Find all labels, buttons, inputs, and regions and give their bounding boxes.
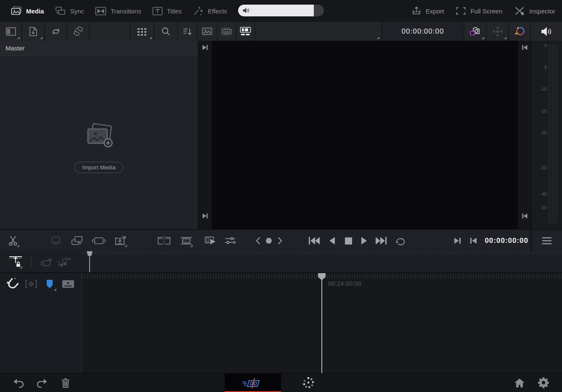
grid-view-button[interactable] <box>130 22 154 41</box>
multicam-camera-button[interactable] <box>464 22 487 41</box>
tab-effects[interactable]: Effects <box>193 6 227 16</box>
audio-meter-left <box>549 45 553 223</box>
overview-playhead[interactable] <box>86 251 93 272</box>
import-media-photos-icon <box>83 123 115 149</box>
timeline-track-area[interactable]: 00:24:00:00 <box>82 273 562 373</box>
media-icon <box>11 6 22 16</box>
preview-play-button[interactable] <box>203 233 219 249</box>
jump-back-icon[interactable] <box>521 45 528 50</box>
go-to-start-icon <box>308 236 321 245</box>
playhead-line <box>321 276 322 373</box>
tab-media-label: Media <box>26 8 44 15</box>
export-button[interactable]: Export <box>411 6 444 16</box>
resync-button[interactable] <box>45 22 67 41</box>
color-boost-button[interactable] <box>509 22 531 41</box>
sync-audio-button[interactable] <box>56 253 72 270</box>
loop-button[interactable] <box>392 233 408 249</box>
overlay-frame-button[interactable] <box>178 233 194 249</box>
snap-magnet-button[interactable] <box>4 276 21 292</box>
playhead-head <box>318 273 326 280</box>
sort-button[interactable] <box>178 22 198 41</box>
tab-transitions[interactable]: Transitions <box>95 7 141 16</box>
inspector-button[interactable]: Inspector <box>514 6 555 16</box>
sync-clip-button[interactable] <box>38 253 55 270</box>
jog-forward-button[interactable] <box>273 233 286 249</box>
play-button[interactable] <box>356 233 372 249</box>
trash-button[interactable] <box>56 374 75 391</box>
jump-forward-icon[interactable] <box>202 45 208 50</box>
fit-insert-button[interactable] <box>91 233 107 249</box>
split-clip-button[interactable] <box>156 233 172 249</box>
tab-media[interactable]: Media <box>11 6 44 16</box>
cut-scissors-button[interactable] <box>5 233 21 249</box>
play-reverse-icon <box>328 236 336 245</box>
play-reverse-button[interactable] <box>324 233 340 249</box>
jump-back-bottom-icon[interactable] <box>521 213 528 219</box>
place-over-icon <box>71 235 83 246</box>
place-over-button[interactable] <box>69 233 85 249</box>
transform-button[interactable] <box>487 22 509 41</box>
source-tape-button[interactable] <box>217 22 236 41</box>
undo-button[interactable] <box>9 374 28 391</box>
import-media-button-pill[interactable]: Import Media <box>74 162 124 173</box>
go-to-start-button[interactable] <box>306 233 322 249</box>
fullscreen-button[interactable]: Full Screen <box>456 7 502 15</box>
toolbar-spacer-cell <box>90 22 130 41</box>
go-to-end-button[interactable] <box>373 233 389 249</box>
inspector-icon <box>514 6 525 16</box>
sort-icon <box>183 27 193 36</box>
jog-forward-icon <box>277 237 283 245</box>
viewer-options-dropdown[interactable] <box>255 22 382 41</box>
import-media-button[interactable] <box>22 22 45 41</box>
clip-extend-button[interactable] <box>60 276 77 292</box>
unlink-icon <box>73 26 84 37</box>
color-page-icon <box>302 376 315 389</box>
timeline-overview-strip[interactable] <box>82 251 562 272</box>
stop-button[interactable] <box>340 233 356 249</box>
menu-icon <box>541 237 552 245</box>
meter-label-10: -10 <box>540 87 547 92</box>
jump-forward-bottom-icon[interactable] <box>202 213 208 219</box>
track-text-lock-icon <box>8 255 23 268</box>
bin-title[interactable]: Master <box>0 41 198 56</box>
sync-audio-icon <box>57 256 71 268</box>
mixer-button[interactable] <box>222 233 238 249</box>
jump-in-button[interactable] <box>465 233 481 249</box>
meter-label-50: -50 <box>540 205 547 210</box>
redo-button[interactable] <box>33 374 51 391</box>
grid-view-icon <box>137 27 147 36</box>
meter-label-40: -40 <box>540 192 547 197</box>
clip-view-button[interactable] <box>198 22 217 41</box>
viewer-right-strip[interactable] <box>518 41 531 229</box>
marker-flag-icon <box>45 279 54 289</box>
export-icon <box>411 6 422 16</box>
go-to-end-icon <box>375 236 387 245</box>
fit-insert-icon <box>92 236 106 245</box>
viewer-screen[interactable] <box>212 41 518 229</box>
home-button[interactable] <box>510 374 529 391</box>
smart-reframe-button[interactable] <box>113 233 129 249</box>
viewer-left-strip[interactable] <box>199 41 212 229</box>
clip-view-icon <box>202 27 212 35</box>
marker-flag-button[interactable] <box>41 276 58 292</box>
jump-out-button[interactable] <box>449 233 465 249</box>
bin-list-button[interactable] <box>0 22 22 41</box>
timeline-playhead[interactable] <box>318 273 326 373</box>
settings-button[interactable] <box>534 374 553 391</box>
search-button[interactable] <box>154 22 178 41</box>
color-page-tab[interactable] <box>299 374 318 391</box>
audio-monitor-button[interactable] <box>531 22 562 41</box>
cut-page-tab[interactable] <box>225 374 281 392</box>
content-row: Master Import Media <box>0 41 562 229</box>
unlink-button[interactable] <box>67 22 90 41</box>
audio-range-button[interactable] <box>23 276 40 292</box>
timeline-view-button[interactable] <box>236 22 255 41</box>
media-pool-body[interactable]: Import Media <box>0 56 198 229</box>
timeline-menu-button[interactable] <box>531 230 562 252</box>
track-text-lock-button[interactable] <box>7 253 24 270</box>
place-under-button[interactable] <box>48 233 64 249</box>
tab-titles[interactable]: Titles <box>152 7 182 16</box>
tab-sync[interactable]: Sync <box>55 6 84 16</box>
volume-slider[interactable] <box>238 5 324 16</box>
stop-icon <box>345 237 353 245</box>
